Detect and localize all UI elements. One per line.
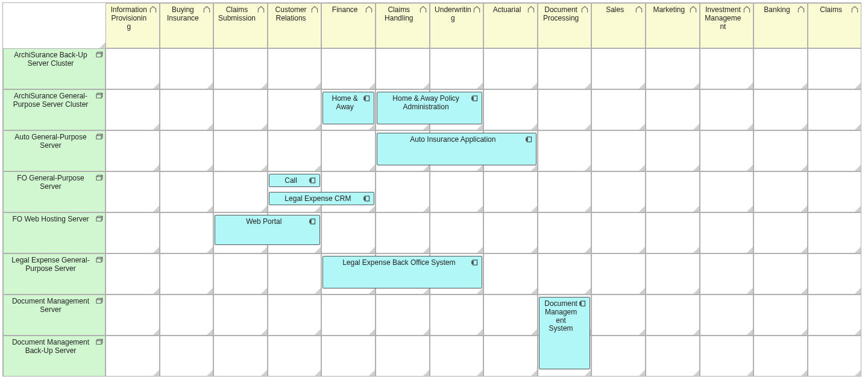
cell-r3-c13 — [808, 171, 862, 212]
svg-rect-0 — [96, 54, 101, 57]
col-header-4: Finance — [321, 3, 376, 48]
cell-r7-c4 — [321, 336, 376, 377]
function-icon — [851, 5, 859, 14]
col-header-3: Customer Relations — [268, 3, 322, 48]
app-card-home-away-policy[interactable]: Home & Away Policy Administration — [377, 92, 482, 124]
cell-r3-c12 — [753, 171, 808, 212]
cell-r4-c13 — [808, 212, 862, 253]
function-icon — [580, 5, 589, 14]
cell-r4-c1 — [160, 212, 214, 253]
cell-r2-c2 — [213, 130, 268, 171]
row-header-3-label: FO General-Purpose Server — [4, 172, 105, 194]
cell-r6-c1 — [160, 294, 214, 336]
cell-r2-c4 — [321, 130, 376, 171]
row-header-0: ArchiSurance Back-Up Server Cluster — [3, 48, 105, 89]
application-component-icon — [363, 194, 371, 203]
svg-rect-15 — [526, 138, 527, 139]
function-icon — [635, 5, 643, 14]
row-header-4: FO Web Hosting Server — [3, 212, 105, 253]
cell-r0-c1 — [160, 48, 214, 89]
function-icon — [689, 5, 697, 14]
app-card-call[interactable]: Call — [269, 174, 321, 187]
cell-r1-c13 — [808, 89, 862, 130]
cell-r3-c9 — [591, 171, 646, 212]
cell-r3-c7 — [483, 171, 538, 212]
row-header-7: Document Management Back-Up Server — [3, 336, 105, 377]
cell-r2-c3 — [268, 130, 322, 171]
svg-rect-18 — [310, 179, 311, 180]
node-icon — [95, 297, 103, 305]
node-icon — [95, 338, 103, 346]
cell-r6-c0 — [105, 294, 160, 336]
application-component-icon — [525, 135, 533, 144]
cell-r0-c5 — [376, 48, 430, 89]
cell-r6-c6 — [430, 294, 484, 336]
row-header-5: Legal Expense General-Purpose Server — [3, 253, 105, 294]
application-component-icon — [579, 299, 587, 308]
archimate-matrix: Information Provisioning Buying Insuranc… — [2, 2, 861, 377]
cell-r4-c4 — [321, 212, 376, 253]
col-header-7: Actuarial — [483, 3, 538, 48]
cell-r1-c3 — [268, 89, 322, 130]
function-icon — [419, 5, 427, 14]
cell-r5-c11 — [700, 253, 754, 294]
function-icon — [797, 5, 805, 14]
cell-r0-c2 — [213, 48, 268, 89]
cell-r4-c5 — [376, 212, 430, 253]
app-card-legal-backoffice[interactable]: Legal Expense Back Office System — [322, 256, 482, 288]
cell-r2-c1 — [160, 130, 214, 171]
row-header-2-label: Auto General-Purpose Server — [4, 131, 105, 153]
cell-r3-c10 — [646, 171, 700, 212]
cell-r5-c1 — [160, 253, 214, 294]
app-card-home-away-policy-label: Home & Away Policy Administration — [377, 92, 482, 114]
application-component-icon — [309, 176, 317, 185]
app-card-web-portal[interactable]: Web Portal — [215, 215, 320, 245]
cell-r1-c9 — [591, 89, 646, 130]
cell-r6-c4 — [321, 294, 376, 336]
app-card-web-portal-label: Web Portal — [215, 215, 319, 229]
cell-r4-c9 — [591, 212, 646, 253]
cell-r4-c6 — [430, 212, 484, 253]
svg-rect-19 — [310, 181, 311, 182]
app-card-legal-backoffice-label: Legal Expense Back Office System — [323, 256, 482, 270]
app-card-legal-crm[interactable]: Legal Expense CRM — [269, 192, 374, 205]
row-header-0-label: ArchiSurance Back-Up Server Cluster — [4, 49, 105, 71]
app-card-home-away[interactable]: Home & Away — [322, 92, 374, 124]
cell-r6-c11 — [700, 294, 754, 336]
cell-r5-c12 — [753, 253, 808, 294]
cell-r0-c9 — [591, 48, 646, 89]
svg-rect-27 — [472, 261, 473, 263]
cell-r5-c0 — [105, 253, 160, 294]
cell-r7-c1 — [160, 336, 214, 377]
cell-r3-c2 — [213, 171, 268, 212]
cell-r5-c10 — [646, 253, 700, 294]
cell-r7-c0 — [105, 336, 160, 377]
app-card-doc-mgmt[interactable]: Document Management System — [539, 297, 591, 369]
col-header-11: Investment Management — [700, 3, 754, 48]
cell-r6-c10 — [646, 294, 700, 336]
application-component-icon — [363, 94, 371, 103]
row-header-6: Document Management Server — [3, 294, 105, 336]
row-header-6-label: Document Management Server — [4, 295, 105, 317]
cell-r6-c13 — [808, 294, 862, 336]
cell-r5-c9 — [591, 253, 646, 294]
cell-r7-c10 — [646, 336, 700, 377]
cell-r3-c8 — [538, 171, 592, 212]
cell-r7-c3 — [268, 336, 322, 377]
col-header-5: Claims Handling — [376, 3, 430, 48]
cell-r0-c12 — [753, 48, 808, 89]
node-icon — [95, 133, 103, 141]
cell-r7-c2 — [213, 336, 268, 377]
col-header-0: Information Provisioning — [105, 3, 160, 48]
row-header-7-label: Document Management Back-Up Server — [4, 336, 105, 358]
app-card-auto-insurance[interactable]: Auto Insurance Application — [377, 133, 536, 165]
svg-rect-1 — [96, 95, 101, 98]
svg-rect-2 — [96, 136, 101, 139]
cell-r1-c1 — [160, 89, 214, 130]
svg-rect-28 — [472, 263, 473, 264]
cell-r3-c11 — [700, 171, 754, 212]
cell-r5-c2 — [213, 253, 268, 294]
cell-r1-c7 — [483, 89, 538, 130]
node-icon — [95, 215, 103, 223]
col-header-12: Banking — [753, 3, 808, 48]
